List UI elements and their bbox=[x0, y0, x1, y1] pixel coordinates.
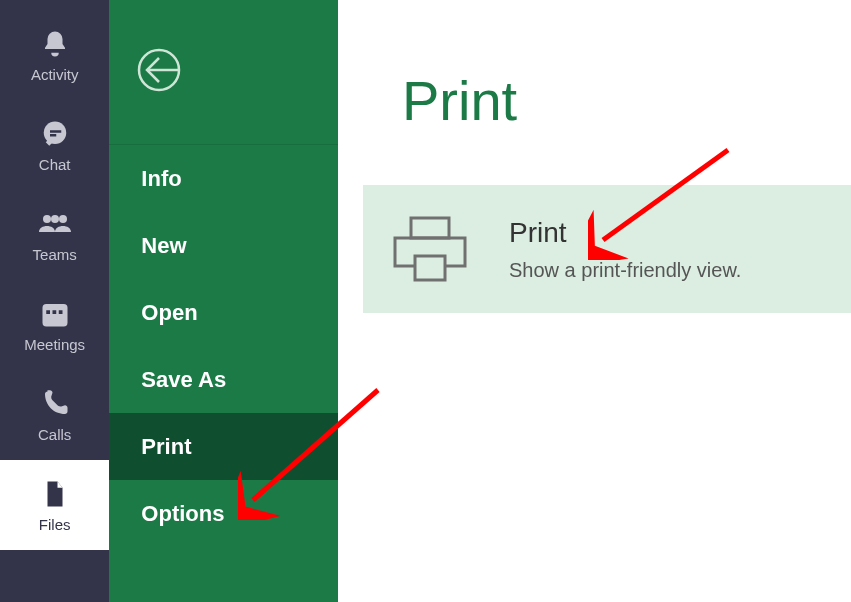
rail-item-activity[interactable]: Activity bbox=[0, 10, 109, 100]
menu-item-new[interactable]: New bbox=[109, 212, 338, 279]
rail-label: Meetings bbox=[24, 336, 85, 353]
rail-item-chat[interactable]: Chat bbox=[0, 100, 109, 190]
svg-rect-6 bbox=[42, 304, 67, 327]
rail-item-teams[interactable]: Teams bbox=[0, 190, 109, 280]
back-button[interactable] bbox=[109, 0, 338, 145]
print-button-card[interactable]: Print Show a print-friendly view. bbox=[363, 185, 851, 313]
rail-item-files[interactable]: Files bbox=[0, 460, 109, 550]
menu-item-options[interactable]: Options bbox=[109, 480, 338, 547]
svg-rect-7 bbox=[46, 310, 50, 314]
svg-rect-9 bbox=[58, 310, 62, 314]
svg-rect-8 bbox=[52, 310, 56, 314]
phone-icon bbox=[39, 388, 71, 420]
rail-label: Calls bbox=[38, 426, 71, 443]
menu-item-saveas[interactable]: Save As bbox=[109, 346, 338, 413]
print-card-title: Print bbox=[509, 217, 741, 249]
calendar-icon bbox=[39, 298, 71, 330]
rail-label: Teams bbox=[33, 246, 77, 263]
rail-item-meetings[interactable]: Meetings bbox=[0, 280, 109, 370]
printer-icon bbox=[391, 214, 469, 284]
menu-item-open[interactable]: Open bbox=[109, 279, 338, 346]
page-title: Print bbox=[338, 0, 851, 133]
menu-item-print[interactable]: Print bbox=[109, 413, 338, 480]
rail-label: Activity bbox=[31, 66, 79, 83]
bell-icon bbox=[39, 28, 71, 60]
teams-icon bbox=[39, 208, 71, 240]
svg-rect-12 bbox=[411, 218, 449, 238]
teams-left-rail: Activity Chat Teams Meetings Calls Files bbox=[0, 0, 109, 602]
svg-point-3 bbox=[43, 215, 51, 223]
svg-rect-2 bbox=[50, 134, 56, 137]
rail-label: Files bbox=[39, 516, 71, 533]
svg-rect-1 bbox=[50, 130, 61, 133]
print-card-text: Print Show a print-friendly view. bbox=[509, 217, 741, 282]
svg-point-5 bbox=[59, 215, 67, 223]
file-backstage-menu: Info New Open Save As Print Options bbox=[109, 0, 338, 602]
file-icon bbox=[39, 478, 71, 510]
rail-label: Chat bbox=[39, 156, 71, 173]
menu-item-info[interactable]: Info bbox=[109, 145, 338, 212]
rail-item-calls[interactable]: Calls bbox=[0, 370, 109, 460]
svg-rect-14 bbox=[415, 256, 445, 280]
main-content: Print Print Show a print-friendly view. bbox=[338, 0, 851, 602]
chat-icon bbox=[39, 118, 71, 150]
back-arrow-icon bbox=[137, 48, 197, 96]
svg-point-4 bbox=[51, 215, 59, 223]
print-card-subtitle: Show a print-friendly view. bbox=[509, 259, 741, 282]
